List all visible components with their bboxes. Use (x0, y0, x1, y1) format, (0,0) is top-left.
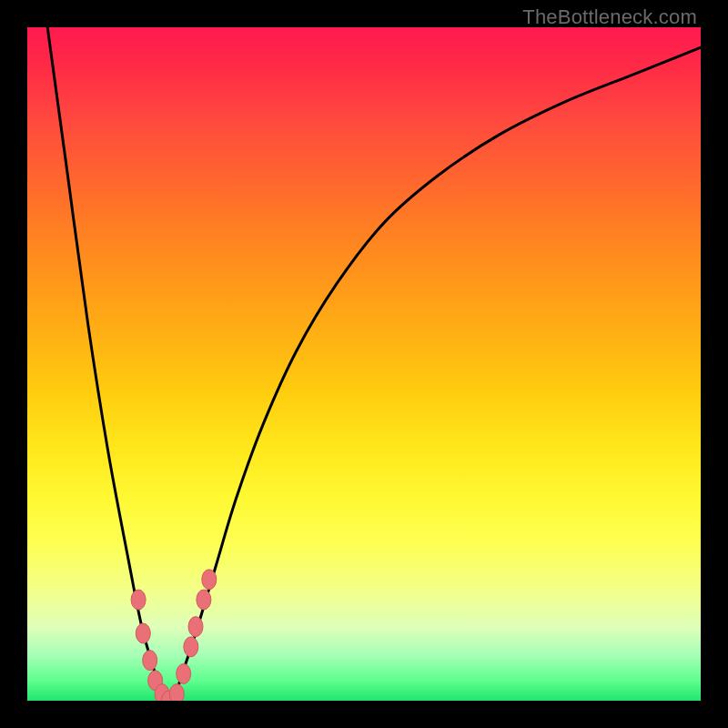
curve-marker (143, 651, 157, 671)
curve-marker (188, 617, 203, 637)
curve-marker (169, 684, 184, 701)
curve-markers (131, 570, 217, 701)
plot-area (27, 27, 701, 701)
curve-marker (177, 663, 191, 683)
chart-frame: TheBottleneck.com (0, 0, 728, 728)
curve-marker (184, 637, 198, 657)
bottleneck-curve-svg (27, 27, 701, 701)
watermark-text: TheBottleneck.com (522, 5, 697, 29)
curve-marker (131, 590, 146, 610)
curve-marker (197, 590, 211, 610)
curve-marker (136, 623, 150, 643)
curve-marker (202, 570, 217, 590)
